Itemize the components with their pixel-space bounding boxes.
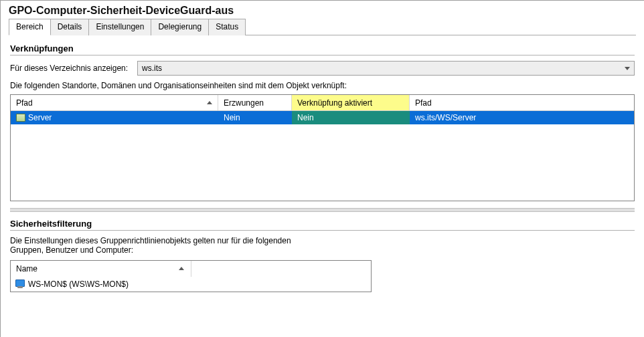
col-erzwungen[interactable]: Erzwungen — [218, 95, 292, 110]
page-title: GPO-Computer-Sicherheit-DeviceGuard-aus — [1, 1, 644, 18]
cell-verknuepfung-aktiviert: Nein — [292, 111, 410, 124]
directory-value: ws.its — [142, 64, 162, 73]
col-empty — [191, 261, 371, 277]
col-verknuepfung-aktiviert[interactable]: Verknüpfung aktiviert — [292, 95, 410, 110]
col-name[interactable]: Name — [11, 261, 191, 277]
ou-icon — [16, 114, 25, 122]
gpo-scope-panel: GPO-Computer-Sicherheit-DeviceGuard-aus … — [0, 0, 644, 337]
directory-label: Für dieses Verzeichnis anzeigen: — [10, 64, 128, 73]
filter-description-2: Gruppen, Benutzer und Computer: — [10, 245, 635, 255]
cell-name: Server — [11, 113, 218, 122]
col-pfad[interactable]: Pfad — [11, 95, 218, 110]
tab-einstellungen[interactable]: Einstellungen — [88, 19, 151, 35]
list-item[interactable]: WS-MON$ (WS\WS-MON$) — [11, 277, 371, 292]
tab-status[interactable]: Status — [208, 19, 246, 35]
splitter[interactable] — [10, 208, 635, 212]
divider — [10, 230, 635, 231]
tab-content: Verknüpfungen Für dieses Verzeichnis anz… — [1, 35, 644, 292]
chevron-down-icon — [625, 67, 630, 70]
cell-path: ws.its/WS/Server — [410, 113, 634, 122]
filter-entry-text: WS-MON$ (WS\WS-MON$) — [28, 279, 129, 289]
tab-bar: Bereich Details Einstellungen Delegierun… — [9, 18, 636, 35]
cell-erzwungen: Nein — [218, 113, 292, 122]
cell-name-text: Server — [28, 113, 52, 122]
links-heading: Verknüpfungen — [10, 43, 635, 53]
tab-delegierung[interactable]: Delegierung — [151, 19, 209, 35]
filter-heading: Sicherheitsfilterung — [10, 219, 635, 229]
links-description: Die folgenden Standorte, Domänen und Org… — [10, 81, 635, 90]
links-table-header: Pfad Erzwungen Verknüpfung aktiviert Pfa… — [11, 95, 634, 111]
filter-table-header: Name — [11, 261, 371, 277]
directory-dropdown[interactable]: ws.its — [137, 61, 635, 76]
tab-details[interactable]: Details — [50, 19, 90, 35]
computer-icon — [15, 279, 25, 289]
tab-bereich[interactable]: Bereich — [9, 19, 51, 35]
table-row[interactable]: Server Nein Nein ws.its/WS/Server — [11, 111, 634, 124]
links-table[interactable]: Pfad Erzwungen Verknüpfung aktiviert Pfa… — [10, 94, 635, 201]
filter-table[interactable]: Name WS-MON$ (WS\WS-MON$) — [10, 260, 372, 292]
divider — [10, 55, 635, 55]
col-pfad-full[interactable]: Pfad — [410, 95, 634, 110]
directory-row: Für dieses Verzeichnis anzeigen: ws.its — [10, 61, 635, 76]
filter-description-1: Die Einstellungen dieses Gruppenrichtlin… — [10, 236, 635, 245]
